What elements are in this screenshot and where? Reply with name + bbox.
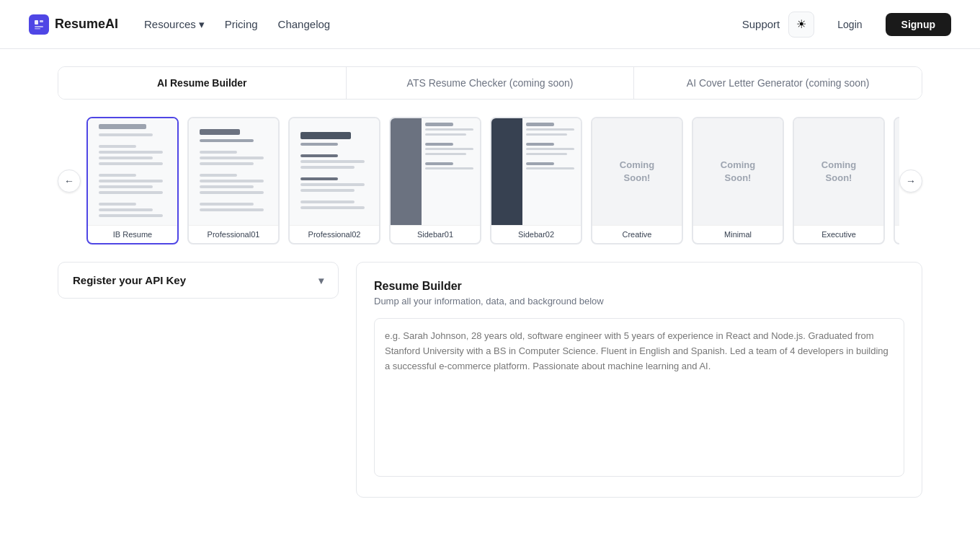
template-academic-preview: ComingSoon! — [895, 118, 899, 225]
prev-icon: ← — [64, 175, 74, 187]
template-academic[interactable]: ComingSoon! Academic — [894, 117, 899, 244]
template-creative-name: Creative — [592, 225, 682, 243]
register-api-panel: Register your API Key ▾ — [58, 262, 339, 498]
svg-rect-1 — [40, 20, 43, 22]
svg-rect-3 — [35, 28, 40, 30]
coming-soon-label-creative: ComingSoon! — [620, 159, 654, 185]
carousel-next-button[interactable]: → — [899, 169, 922, 193]
header: ResumeAI Resources ▾ Pricing Changelog S… — [0, 0, 980, 49]
header-left: ResumeAI Resources ▾ Pricing Changelog — [29, 14, 330, 35]
template-minimal-name: Minimal — [693, 225, 783, 243]
template-creative-preview: ComingSoon! — [592, 118, 682, 225]
theme-icon: ☀ — [796, 17, 806, 31]
login-button[interactable]: Login — [823, 13, 876, 36]
template-professional02-preview — [290, 118, 379, 225]
template-carousel: ← — [58, 117, 922, 244]
tabs-bar: AI Resume Builder ATS Resume Checker (co… — [58, 66, 922, 100]
dropdown-icon: ▾ — [199, 18, 205, 31]
tab-ai-resume-builder[interactable]: AI Resume Builder — [58, 67, 347, 99]
accordion-header[interactable]: Register your API Key ▾ — [58, 262, 339, 299]
next-icon: → — [906, 175, 916, 187]
accordion-title: Register your API Key — [73, 274, 186, 286]
template-sidebar02-name: Sidebar02 — [491, 225, 581, 243]
builder-card: Resume Builder Dump all your information… — [356, 262, 922, 498]
coming-soon-label-executive: ComingSoon! — [821, 159, 856, 185]
template-sidebar02[interactable]: Sidebar02 — [490, 117, 582, 244]
template-executive-name: Executive — [794, 225, 883, 243]
builder-subtitle: Dump all your information, data, and bac… — [374, 296, 904, 307]
logo-text: ResumeAI — [55, 17, 118, 32]
builder-textarea[interactable] — [374, 318, 904, 477]
builder-title: Resume Builder — [374, 280, 904, 293]
nav-changelog[interactable]: Changelog — [278, 18, 331, 30]
svg-rect-2 — [35, 26, 43, 27]
template-sidebar01-preview — [391, 118, 480, 225]
template-ib-resume[interactable]: IB Resume — [86, 117, 179, 244]
template-academic-name: Academic — [895, 225, 899, 243]
lower-section: Register your API Key ▾ Resume Builder D… — [58, 262, 922, 498]
support-link[interactable]: Support — [742, 18, 780, 30]
template-sidebar01-name: Sidebar01 — [391, 225, 480, 243]
template-sidebar02-preview — [491, 118, 581, 225]
header-right: Support ☀ Login Signup — [742, 12, 951, 38]
template-professional01-preview — [189, 118, 278, 225]
template-minimal[interactable]: ComingSoon! Minimal — [692, 117, 784, 244]
template-professional01[interactable]: Professional01 — [187, 117, 280, 244]
template-executive-preview: ComingSoon! — [794, 118, 883, 225]
accordion-chevron: ▾ — [318, 275, 324, 286]
theme-toggle-button[interactable]: ☀ — [788, 12, 814, 38]
template-professional02-name: Professional02 — [290, 225, 379, 243]
resume-builder-panel: Resume Builder Dump all your information… — [356, 262, 922, 498]
logo[interactable]: ResumeAI — [29, 14, 118, 35]
tab-cover-letter[interactable]: AI Cover Letter Generator (coming soon) — [634, 67, 922, 99]
template-sidebar01[interactable]: Sidebar01 — [389, 117, 481, 244]
logo-icon — [29, 14, 49, 35]
template-ib-name: IB Resume — [88, 225, 177, 243]
template-executive[interactable]: ComingSoon! Executive — [793, 117, 885, 244]
coming-soon-label-minimal: ComingSoon! — [721, 159, 755, 185]
svg-rect-0 — [35, 20, 38, 25]
tab-ats-checker[interactable]: ATS Resume Checker (coming soon) — [347, 67, 635, 99]
template-ib-preview — [88, 118, 177, 225]
nav-resources[interactable]: Resources ▾ — [144, 18, 205, 31]
carousel-prev-button[interactable]: ← — [58, 169, 81, 193]
signup-button[interactable]: Signup — [886, 13, 951, 36]
template-professional01-name: Professional01 — [189, 225, 278, 243]
main-content: AI Resume Builder ATS Resume Checker (co… — [0, 49, 980, 515]
template-professional02[interactable]: Professional02 — [288, 117, 380, 244]
template-creative[interactable]: ComingSoon! Creative — [591, 117, 683, 244]
main-nav: Resources ▾ Pricing Changelog — [144, 18, 330, 31]
nav-pricing[interactable]: Pricing — [225, 18, 258, 30]
template-minimal-preview: ComingSoon! — [693, 118, 783, 225]
templates-track: IB Resume — [81, 117, 899, 244]
